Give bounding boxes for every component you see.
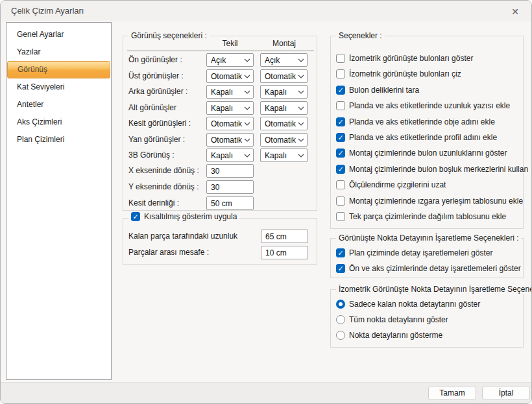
checkbox-row[interactable]: Bulon deliklerini tara	[336, 85, 419, 95]
close-icon[interactable]: ✕	[508, 5, 522, 19]
radio-label: Sadece kalan nokta detaytarını göster	[349, 300, 480, 309]
row-label: Kesit derinliği :	[128, 196, 179, 210]
checkbox-label: İzometrik görünüşte bulonları çiz	[349, 69, 461, 78]
dropdown[interactable]: Açık	[206, 53, 254, 67]
checkbox[interactable]	[336, 149, 345, 158]
dropdown[interactable]: Otomatik	[260, 69, 308, 83]
checkbox[interactable]	[336, 86, 345, 95]
chevron-down-icon	[244, 154, 250, 158]
dropdown-value: Otomatik	[211, 136, 244, 145]
dropdown[interactable]: Otomatik	[260, 133, 308, 147]
dropdown[interactable]: Otomatik	[206, 69, 254, 83]
checkbox-row[interactable]: Planda ve aks etiketlerinde uzunluk yazı…	[336, 101, 510, 111]
checkbox[interactable]	[336, 165, 345, 174]
dropdown-value: Kapalı	[211, 104, 244, 113]
checkbox[interactable]	[336, 212, 345, 221]
sidebar-item-4[interactable]: Antetler	[6, 96, 111, 113]
row-label: 3B Görünüş :	[128, 149, 175, 162]
checkbox-label: Planda ve aks etiketlerinde obje adını e…	[349, 117, 495, 126]
dropdown[interactable]: Kapalı	[206, 85, 254, 99]
checkbox-row[interactable]: Plan çiziminde detay işaretlemeleri göst…	[336, 248, 492, 258]
row-label: Üst görünüşler :	[128, 69, 184, 83]
titlebar: Çelik Çizim Ayarları ✕	[1, 1, 531, 21]
radio-button[interactable]	[336, 331, 345, 340]
checkbox[interactable]	[336, 69, 345, 78]
dropdown-value: Kapalı	[265, 88, 298, 97]
steel-drawing-settings-dialog: Çelik Çizim Ayarları ✕ Genel AyarlarYazı…	[0, 0, 532, 404]
dropdown[interactable]: Otomatik	[206, 117, 254, 130]
dropdown[interactable]: Kapalı	[206, 149, 254, 162]
checkbox[interactable]	[336, 101, 345, 110]
checkbox-label: Ön ve aks çizimlerinde detay işaretlemel…	[349, 264, 521, 273]
group-iso-detail-title: İzometrik Görünüşte Nokta Detayının İşar…	[336, 285, 532, 294]
sidebar-item-6[interactable]: Plan Çizimleri	[6, 131, 111, 149]
sidebar-item-1[interactable]: Yazılar	[6, 43, 111, 61]
dropdown[interactable]: Kapalı	[260, 85, 308, 99]
checkbox[interactable]	[336, 133, 345, 142]
checkbox-row[interactable]: Montaj çizimlerinde ızgara yerleşim tabl…	[336, 196, 523, 206]
checkbox-row[interactable]: Ön ve aks çizimlerinde detay işaretlemel…	[336, 263, 521, 274]
dropdown-value: Otomatik	[265, 136, 298, 145]
dropdown[interactable]: Kapalı	[206, 101, 254, 115]
checkbox[interactable]	[336, 54, 345, 63]
text-input[interactable]	[261, 230, 308, 243]
chevron-down-icon	[244, 154, 250, 158]
text-input[interactable]	[261, 246, 308, 259]
text-input[interactable]	[206, 164, 254, 178]
checkbox-row[interactable]: Tek parça çizimlerinde dağılım tablosunu…	[336, 211, 506, 222]
group-shortened-title: Kısaltılmış gösterim uygula	[144, 212, 237, 221]
dropdown[interactable]: Kapalı	[260, 149, 308, 162]
group-iso-detail-marking: İzometrik Görünüşte Nokta Detayının İşar…	[330, 289, 524, 348]
row-label: Yan görünüşler :	[128, 133, 185, 147]
radio-label: Tüm nokta detaylarını göster	[349, 315, 448, 324]
shortened-display-checkbox[interactable]	[131, 212, 140, 221]
checkbox[interactable]	[336, 180, 345, 189]
checkbox[interactable]	[336, 264, 345, 273]
radio-row[interactable]: Sadece kalan nokta detaytarını göster	[336, 299, 480, 309]
ok-button[interactable]: Tamam	[428, 386, 476, 400]
checkbox-row[interactable]: Planda ve aks etiketlerinde profil adını…	[336, 132, 497, 143]
row-label: Ön görünüşler :	[128, 53, 182, 67]
checkbox[interactable]	[336, 248, 345, 257]
dropdown[interactable]: Açık	[260, 53, 308, 67]
dropdown-value: Otomatik	[211, 119, 244, 128]
sidebar-item-5[interactable]: Aks Çizimleri	[6, 113, 111, 131]
checkbox-row[interactable]: Planda ve aks etiketlerinde obje adını e…	[336, 117, 495, 127]
sidebar-item-0[interactable]: Genel Ayarlar	[6, 26, 111, 43]
radio-button[interactable]	[336, 315, 345, 324]
sidebar-item-2[interactable]: Görünüş	[7, 61, 110, 78]
group-options: Seçenekler : İzometrik görünüşte bulonla…	[330, 36, 524, 229]
chevron-down-icon	[244, 138, 250, 142]
checkbox-row[interactable]: Montaj çizimlerinde bulon boşluk merkezl…	[336, 164, 528, 174]
radio-row[interactable]: Tüm nokta detaylarını göster	[336, 315, 448, 325]
group-options-title: Seçenekler :	[336, 31, 385, 40]
chevron-down-icon	[244, 75, 250, 78]
checkbox[interactable]	[336, 196, 345, 206]
text-input[interactable]	[206, 180, 254, 194]
sidebar-item-3[interactable]: Kat Seviyeleri	[6, 78, 111, 96]
footer-bar: Tamam İptal	[1, 382, 531, 403]
checkbox-row[interactable]: Montaj çizimlerinde bulon uzunluklarını …	[336, 148, 507, 158]
dropdown[interactable]: Otomatik	[260, 117, 308, 130]
checkbox-row[interactable]: Ölçülendirme çizgilerini uzat	[336, 180, 446, 190]
sidebar-item-label: Yazılar	[17, 47, 40, 56]
dropdown-value: Kapalı	[265, 104, 298, 113]
radio-row[interactable]: Nokta detaylarını gösterme	[336, 330, 442, 340]
checkbox-row[interactable]: İzometrik görünüşte bulonları çiz	[336, 69, 461, 79]
row-label: Kalan parça tarafındaki uzunluk	[128, 230, 237, 243]
radio-button[interactable]	[336, 300, 345, 309]
sidebar-item-label: Aks Çizimleri	[17, 117, 62, 126]
chevron-down-icon	[298, 154, 304, 158]
dialog-title: Çelik Çizim Ayarları	[11, 1, 84, 21]
checkbox-label: Montaj çizimlerinde bulon boşluk merkezl…	[349, 165, 528, 174]
group-view-detail-title: Görünüşte Nokta Detayının İşaretleme Seç…	[336, 233, 521, 243]
dropdown[interactable]: Kapalı	[260, 101, 308, 115]
chevron-down-icon	[244, 58, 250, 62]
checkbox-label: Ölçülendirme çizgilerini uzat	[349, 180, 446, 189]
dropdown[interactable]: Otomatik	[206, 133, 254, 147]
checkbox[interactable]	[336, 117, 345, 126]
cancel-button[interactable]: İptal	[482, 386, 530, 400]
text-input[interactable]	[206, 196, 254, 210]
checkbox-row[interactable]: İzometrik görünüşte bulonları göster	[336, 53, 473, 64]
row-label: Arka görünüşler :	[128, 85, 187, 99]
